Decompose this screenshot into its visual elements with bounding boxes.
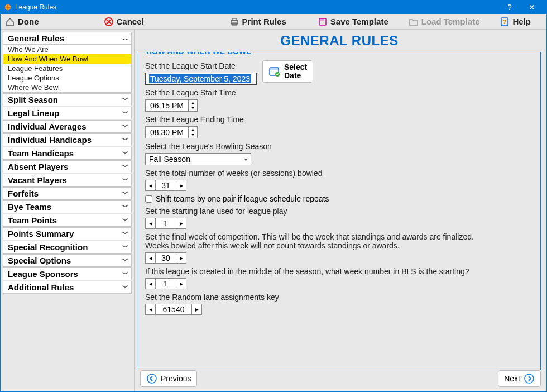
save-label: Save Template	[330, 17, 388, 26]
weeks-stepper[interactable]: ◂ 31 ▸	[145, 180, 186, 191]
start-lane-stepper[interactable]: ◂ 1 ▸	[145, 218, 186, 229]
help-toolbar-button[interactable]: ? Help	[495, 14, 535, 29]
sidebar-item-0-3[interactable]: League Options	[3, 73, 132, 83]
start-time-field[interactable]: 06:15 PM ▲▼	[145, 99, 198, 112]
titlebar: League Rules ? ✕	[1, 1, 546, 14]
start-date-value: Tuesday, September 5, 2023	[149, 74, 251, 83]
previous-label: Previous	[161, 374, 191, 383]
sidebar-section-label: Team Points	[8, 216, 57, 225]
final-week-inc[interactable]: ▸	[176, 253, 186, 263]
toolbar: Done Cancel Print Rules Save Template Lo…	[1, 14, 546, 30]
end-time-spinner[interactable]: ▲▼	[188, 127, 197, 138]
svg-rect-6	[320, 18, 324, 21]
mid-season-dec[interactable]: ◂	[146, 279, 156, 289]
start-lane-dec[interactable]: ◂	[146, 218, 156, 228]
weeks-dec[interactable]: ◂	[146, 180, 156, 190]
done-button[interactable]: Done	[1, 14, 44, 29]
sidebar-section-label: Vacant Players	[8, 175, 67, 185]
sidebar-item-0-4[interactable]: Where We Bowl	[3, 83, 132, 93]
sidebar-section-label: Legal Lineup	[8, 108, 60, 118]
sidebar-section-13[interactable]: Special Options﹀	[3, 254, 132, 267]
random-key-value: 61540	[156, 304, 191, 314]
weeks-label: Set the total number of weeks (or sessio…	[145, 169, 534, 178]
sidebar-section-label: Individual Averages	[8, 122, 87, 131]
sidebar-section-10[interactable]: Team Points﹀	[3, 214, 132, 227]
start-date-field[interactable]: Tuesday, September 5, 2023	[145, 73, 257, 85]
chevron-down-icon: ﹀	[122, 256, 127, 265]
shift-teams-label: Shift teams by one pair if league schedu…	[156, 194, 329, 203]
sidebar-section-label: Additional Rules	[8, 283, 74, 292]
sidebar-section-1[interactable]: Split Season﹀	[3, 93, 132, 106]
final-week-stepper[interactable]: ◂ 30 ▸	[145, 252, 186, 264]
main-panel: GENERAL RULES HOW AND WHEN WE BOWL Set t…	[135, 30, 546, 391]
final-week-dec[interactable]: ◂	[146, 253, 156, 263]
print-button[interactable]: Print Rules	[225, 14, 291, 29]
random-key-label: Set the Random lane assignments key	[145, 293, 534, 302]
svg-rect-10	[270, 68, 279, 70]
start-lane-inc[interactable]: ▸	[176, 218, 186, 228]
chevron-down-icon: ﹀	[122, 230, 127, 238]
sidebar-section-5[interactable]: Team Handicaps﹀	[3, 147, 132, 160]
sidebar-section-14[interactable]: League Sponsors﹀	[3, 267, 132, 280]
load-template-button[interactable]: Load Template	[404, 14, 484, 29]
start-lane-label: Set the starting lane used for league pl…	[145, 207, 534, 216]
chevron-up-icon: ︿	[122, 34, 127, 42]
sidebar-section-7[interactable]: Vacant Players﹀	[3, 174, 132, 187]
start-time-spinner[interactable]: ▲▼	[188, 100, 197, 111]
folder-icon	[409, 17, 419, 27]
final-week-label-1: Set the final week of competition. This …	[145, 232, 534, 241]
next-button[interactable]: Next	[498, 370, 541, 387]
mid-season-stepper[interactable]: ◂ 1 ▸	[145, 278, 186, 289]
select-date-l1: Select	[284, 63, 307, 71]
end-time-field[interactable]: 08:30 PM ▲▼	[145, 126, 198, 138]
arrow-left-icon	[146, 373, 157, 384]
calendar-icon	[268, 65, 281, 78]
sidebar-section-label: General Rules	[8, 34, 64, 43]
cancel-button[interactable]: Cancel	[99, 14, 148, 29]
random-key-dec[interactable]: ◂	[146, 304, 156, 314]
close-button[interactable]: ✕	[521, 1, 543, 14]
sidebar-section-11[interactable]: Points Summary﹀	[3, 227, 132, 240]
svg-rect-3	[232, 18, 237, 20]
sidebar-section-3[interactable]: Individual Averages﹀	[3, 120, 132, 133]
chevron-down-icon: ▾	[244, 156, 247, 162]
random-key-inc[interactable]: ▸	[191, 304, 201, 314]
sidebar-item-0-1[interactable]: How And When We Bowl	[3, 54, 132, 64]
shift-teams-checkbox[interactable]	[145, 195, 152, 203]
chevron-down-icon: ﹀	[122, 176, 127, 184]
sidebar-section-0[interactable]: General Rules︿	[3, 32, 132, 45]
sidebar-section-2[interactable]: Legal Lineup﹀	[3, 107, 132, 119]
start-time-value: 06:15 PM	[146, 100, 188, 111]
app-icon	[4, 3, 12, 11]
cancel-label: Cancel	[117, 17, 144, 26]
footer-nav: Previous Next	[140, 370, 541, 387]
sidebar-section-9[interactable]: Bye Teams﹀	[3, 200, 132, 213]
chevron-down-icon: ﹀	[122, 95, 127, 104]
weeks-inc[interactable]: ▸	[176, 180, 186, 190]
chevron-down-icon: ﹀	[122, 270, 127, 278]
season-select[interactable]: Fall Season ▾	[145, 153, 251, 165]
previous-button[interactable]: Previous	[140, 370, 197, 387]
arrow-right-icon	[524, 373, 535, 384]
sidebar: General Rules︿Who We AreHow And When We …	[1, 30, 135, 391]
sidebar-section-8[interactable]: Forfeits﹀	[3, 187, 132, 200]
help-button[interactable]: ?	[498, 1, 521, 14]
sidebar-item-0-0[interactable]: Who We Are	[3, 45, 132, 54]
sidebar-section-15[interactable]: Additional Rules﹀	[3, 281, 132, 294]
select-date-button[interactable]: Select Date	[262, 60, 313, 83]
save-template-button[interactable]: Save Template	[313, 14, 393, 29]
sidebar-section-6[interactable]: Absent Players﹀	[3, 160, 132, 173]
sidebar-section-label: Split Season	[8, 95, 58, 104]
sidebar-section-12[interactable]: Special Recognition﹀	[3, 241, 132, 254]
sidebar-item-0-2[interactable]: League Features	[3, 64, 132, 73]
mid-season-value: 1	[156, 279, 176, 289]
end-time-value: 08:30 PM	[146, 127, 188, 138]
sidebar-section-4[interactable]: Individual Handicaps﹀	[3, 133, 132, 146]
start-time-label: Set the League Start Time	[145, 88, 534, 97]
sidebar-section-label: Points Summary	[8, 229, 74, 238]
chevron-down-icon: ﹀	[122, 216, 127, 224]
random-key-stepper[interactable]: ◂ 61540 ▸	[145, 304, 202, 315]
mid-season-inc[interactable]: ▸	[176, 279, 186, 289]
page-title: GENERAL RULES	[138, 33, 541, 49]
sidebar-section-label: Team Handicaps	[8, 149, 74, 158]
